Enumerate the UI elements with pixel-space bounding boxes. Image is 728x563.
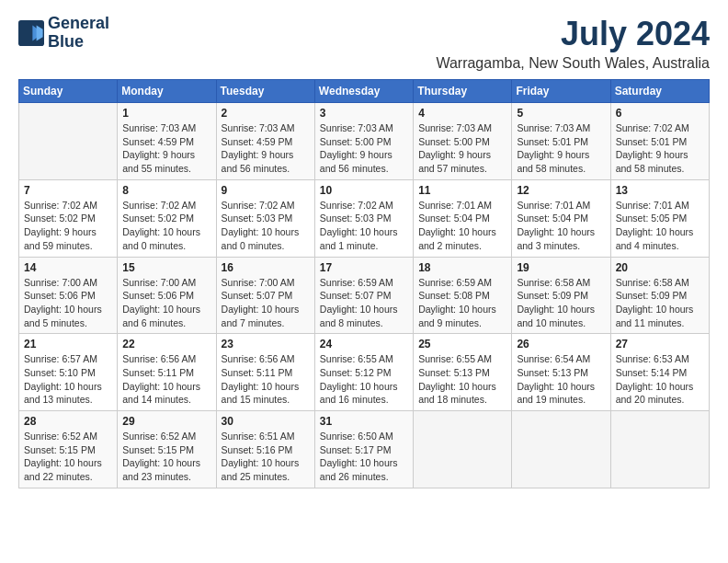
calendar-week-row: 28Sunrise: 6:52 AMSunset: 5:15 PMDayligh…	[19, 411, 710, 488]
calendar-cell: 14Sunrise: 7:00 AMSunset: 5:06 PMDayligh…	[19, 257, 118, 334]
day-info: Sunrise: 6:50 AMSunset: 5:17 PMDaylight:…	[320, 430, 408, 484]
day-number: 11	[418, 184, 506, 197]
calendar-cell: 31Sunrise: 6:50 AMSunset: 5:17 PMDayligh…	[314, 411, 413, 488]
day-number: 8	[122, 184, 210, 197]
day-number: 13	[616, 184, 704, 197]
day-number: 17	[320, 261, 408, 274]
calendar-cell: 20Sunrise: 6:58 AMSunset: 5:09 PMDayligh…	[610, 257, 709, 334]
day-info: Sunrise: 7:02 AMSunset: 5:02 PMDaylight:…	[122, 199, 210, 253]
day-number: 21	[24, 338, 112, 350]
weekday-header-cell: Thursday	[414, 80, 512, 103]
calendar-cell: 18Sunrise: 6:59 AMSunset: 5:08 PMDayligh…	[414, 257, 512, 334]
day-number: 2	[222, 107, 310, 120]
calendar-cell: 23Sunrise: 6:56 AMSunset: 5:11 PMDayligh…	[216, 334, 314, 411]
calendar-cell: 1Sunrise: 7:03 AMSunset: 4:59 PMDaylight…	[118, 103, 216, 180]
day-info: Sunrise: 7:00 AMSunset: 5:06 PMDaylight:…	[24, 276, 112, 330]
calendar-cell: 22Sunrise: 6:56 AMSunset: 5:11 PMDayligh…	[118, 334, 216, 411]
day-info: Sunrise: 6:59 AMSunset: 5:08 PMDaylight:…	[418, 276, 506, 330]
calendar-week-row: 1Sunrise: 7:03 AMSunset: 4:59 PMDaylight…	[19, 103, 710, 180]
day-number: 10	[320, 184, 408, 197]
day-number: 28	[24, 415, 112, 428]
day-number: 29	[122, 415, 210, 428]
title-area: July 2024 Warragamba, New South Wales, A…	[436, 15, 710, 72]
day-info: Sunrise: 7:01 AMSunset: 5:04 PMDaylight:…	[418, 199, 506, 253]
calendar-week-row: 14Sunrise: 7:00 AMSunset: 5:06 PMDayligh…	[19, 257, 710, 334]
day-number: 24	[320, 338, 408, 350]
calendar-body: 1Sunrise: 7:03 AMSunset: 4:59 PMDaylight…	[19, 103, 710, 488]
calendar-week-row: 21Sunrise: 6:57 AMSunset: 5:10 PMDayligh…	[19, 334, 710, 411]
calendar-cell: 27Sunrise: 6:53 AMSunset: 5:14 PMDayligh…	[610, 334, 709, 411]
calendar-cell: 2Sunrise: 7:03 AMSunset: 4:59 PMDaylight…	[216, 103, 314, 180]
calendar-week-row: 7Sunrise: 7:02 AMSunset: 5:02 PMDaylight…	[19, 179, 710, 257]
day-info: Sunrise: 6:52 AMSunset: 5:15 PMDaylight:…	[24, 430, 112, 484]
day-info: Sunrise: 7:02 AMSunset: 5:03 PMDaylight:…	[320, 199, 408, 253]
calendar-cell	[19, 103, 118, 180]
logo: General Blue	[18, 15, 109, 52]
calendar-cell: 24Sunrise: 6:55 AMSunset: 5:12 PMDayligh…	[314, 334, 413, 411]
calendar: SundayMondayTuesdayWednesdayThursdayFrid…	[18, 79, 710, 488]
main-title: July 2024	[436, 15, 710, 53]
calendar-cell: 26Sunrise: 6:54 AMSunset: 5:13 PMDayligh…	[512, 334, 610, 411]
calendar-cell: 4Sunrise: 7:03 AMSunset: 5:00 PMDaylight…	[414, 103, 512, 180]
day-number: 12	[517, 184, 605, 197]
calendar-cell: 8Sunrise: 7:02 AMSunset: 5:02 PMDaylight…	[118, 179, 216, 257]
logo-text: General Blue	[48, 15, 109, 52]
calendar-cell: 15Sunrise: 7:00 AMSunset: 5:06 PMDayligh…	[118, 257, 216, 334]
calendar-cell: 10Sunrise: 7:02 AMSunset: 5:03 PMDayligh…	[314, 179, 413, 257]
day-number: 16	[222, 261, 310, 274]
calendar-cell: 13Sunrise: 7:01 AMSunset: 5:05 PMDayligh…	[610, 179, 709, 257]
calendar-cell: 25Sunrise: 6:55 AMSunset: 5:13 PMDayligh…	[414, 334, 512, 411]
day-info: Sunrise: 7:02 AMSunset: 5:01 PMDaylight:…	[616, 121, 704, 176]
day-number: 1	[122, 107, 210, 120]
calendar-cell: 17Sunrise: 6:59 AMSunset: 5:07 PMDayligh…	[314, 257, 413, 334]
weekday-header-cell: Monday	[118, 80, 216, 103]
calendar-cell: 5Sunrise: 7:03 AMSunset: 5:01 PMDaylight…	[512, 103, 610, 180]
calendar-cell	[610, 411, 709, 488]
calendar-cell: 7Sunrise: 7:02 AMSunset: 5:02 PMDaylight…	[19, 179, 118, 257]
day-number: 25	[418, 338, 506, 350]
calendar-cell: 30Sunrise: 6:51 AMSunset: 5:16 PMDayligh…	[216, 411, 314, 488]
day-info: Sunrise: 7:03 AMSunset: 5:01 PMDaylight:…	[517, 121, 605, 176]
day-info: Sunrise: 7:03 AMSunset: 4:59 PMDaylight:…	[122, 121, 210, 176]
day-info: Sunrise: 6:56 AMSunset: 5:11 PMDaylight:…	[222, 352, 310, 407]
day-info: Sunrise: 6:56 AMSunset: 5:11 PMDaylight:…	[122, 352, 210, 407]
day-info: Sunrise: 6:54 AMSunset: 5:13 PMDaylight:…	[517, 352, 605, 407]
day-number: 18	[418, 261, 506, 274]
weekday-header-cell: Friday	[512, 80, 610, 103]
day-number: 5	[517, 107, 605, 120]
calendar-cell: 16Sunrise: 7:00 AMSunset: 5:07 PMDayligh…	[216, 257, 314, 334]
day-number: 22	[122, 338, 210, 350]
day-number: 6	[616, 107, 704, 120]
day-number: 26	[517, 338, 605, 350]
day-info: Sunrise: 7:03 AMSunset: 4:59 PMDaylight:…	[222, 121, 310, 176]
calendar-cell: 12Sunrise: 7:01 AMSunset: 5:04 PMDayligh…	[512, 179, 610, 257]
day-info: Sunrise: 7:00 AMSunset: 5:06 PMDaylight:…	[122, 276, 210, 330]
weekday-header-cell: Wednesday	[314, 80, 413, 103]
subtitle: Warragamba, New South Wales, Australia	[436, 55, 710, 72]
day-number: 20	[616, 261, 704, 274]
calendar-cell: 9Sunrise: 7:02 AMSunset: 5:03 PMDaylight…	[216, 179, 314, 257]
day-info: Sunrise: 7:03 AMSunset: 5:00 PMDaylight:…	[320, 121, 408, 176]
day-number: 7	[24, 184, 112, 197]
calendar-cell: 3Sunrise: 7:03 AMSunset: 5:00 PMDaylight…	[314, 103, 413, 180]
day-info: Sunrise: 6:51 AMSunset: 5:16 PMDaylight:…	[222, 430, 310, 484]
day-number: 14	[24, 261, 112, 274]
day-info: Sunrise: 7:02 AMSunset: 5:02 PMDaylight:…	[24, 199, 112, 253]
calendar-cell: 21Sunrise: 6:57 AMSunset: 5:10 PMDayligh…	[19, 334, 118, 411]
day-number: 9	[222, 184, 310, 197]
day-info: Sunrise: 6:55 AMSunset: 5:13 PMDaylight:…	[418, 352, 506, 407]
calendar-cell: 11Sunrise: 7:01 AMSunset: 5:04 PMDayligh…	[414, 179, 512, 257]
day-info: Sunrise: 6:57 AMSunset: 5:10 PMDaylight:…	[24, 352, 112, 407]
weekday-header-cell: Tuesday	[216, 80, 314, 103]
calendar-cell: 29Sunrise: 6:52 AMSunset: 5:15 PMDayligh…	[118, 411, 216, 488]
day-info: Sunrise: 7:01 AMSunset: 5:05 PMDaylight:…	[616, 199, 704, 253]
header: General Blue July 2024 Warragamba, New S…	[18, 15, 710, 72]
day-number: 23	[222, 338, 310, 350]
day-info: Sunrise: 6:52 AMSunset: 5:15 PMDaylight:…	[122, 430, 210, 484]
calendar-cell: 28Sunrise: 6:52 AMSunset: 5:15 PMDayligh…	[19, 411, 118, 488]
calendar-cell	[414, 411, 512, 488]
day-info: Sunrise: 7:02 AMSunset: 5:03 PMDaylight:…	[222, 199, 310, 253]
calendar-cell: 6Sunrise: 7:02 AMSunset: 5:01 PMDaylight…	[610, 103, 709, 180]
day-number: 3	[320, 107, 408, 120]
day-info: Sunrise: 6:53 AMSunset: 5:14 PMDaylight:…	[616, 352, 704, 407]
